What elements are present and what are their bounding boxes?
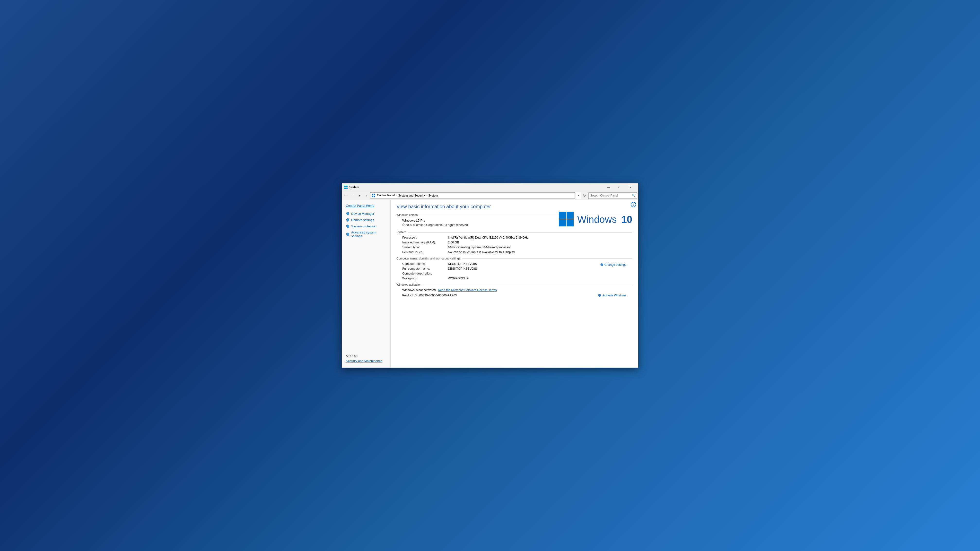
computer-name-area: Computer name: DESKTOP-KSBV08S Full comp… bbox=[396, 262, 632, 280]
svg-rect-0 bbox=[344, 186, 345, 187]
license-terms-link[interactable]: Read the Microsoft Software License Term… bbox=[438, 288, 497, 292]
recent-locations-button[interactable]: ▼ bbox=[356, 193, 363, 198]
computer-desc-label: Computer description: bbox=[402, 272, 446, 275]
maximize-button[interactable]: □ bbox=[614, 184, 625, 191]
sidebar-item-advanced-settings[interactable]: Advanced system settings bbox=[342, 229, 390, 239]
workgroup-label: Workgroup: bbox=[402, 277, 446, 280]
system-type-label: System type: bbox=[402, 246, 446, 249]
close-button[interactable]: ✕ bbox=[625, 184, 636, 191]
shield-icon-protection bbox=[346, 224, 350, 228]
svg-rect-12 bbox=[566, 219, 574, 226]
activate-windows-link[interactable]: Activate Windows bbox=[598, 294, 626, 297]
shield-activate-icon bbox=[598, 294, 601, 297]
shield-icon-advanced bbox=[346, 232, 350, 236]
windows-logo: Windows 10 bbox=[559, 211, 632, 227]
computer-desc-value bbox=[448, 272, 632, 275]
breadcrumb: Control Panel > System and Security > Sy… bbox=[370, 192, 575, 199]
shield-icon-remote bbox=[346, 218, 350, 222]
see-also-label: See also bbox=[346, 354, 387, 357]
search-box: 🔍 bbox=[589, 192, 637, 199]
svg-rect-8 bbox=[374, 196, 375, 197]
sidebar-item-system-protection[interactable]: System protection bbox=[342, 223, 390, 229]
svg-rect-10 bbox=[566, 211, 574, 219]
svg-rect-5 bbox=[372, 194, 373, 195]
processor-value: Intel(R) Pentium(R) Dual CPU E2220 @ 2.4… bbox=[448, 236, 632, 239]
address-bar: ← → ▼ ↑ Control Panel > System and Secur… bbox=[342, 191, 638, 200]
security-maintenance-link[interactable]: Security and Maintenance bbox=[346, 359, 387, 363]
system-info-grid: Processor: Intel(R) Pentium(R) Dual CPU … bbox=[402, 236, 632, 254]
breadcrumb-current: System bbox=[428, 194, 438, 197]
system-section: System bbox=[396, 230, 632, 234]
svg-rect-9 bbox=[559, 211, 566, 219]
window-icon bbox=[344, 185, 348, 189]
computer-name-label: Computer name: bbox=[402, 262, 446, 265]
pen-touch-value: No Pen or Touch Input is available for t… bbox=[448, 251, 632, 254]
windows-flag-icon bbox=[559, 211, 574, 227]
window-title: System bbox=[349, 186, 603, 189]
minimize-button[interactable]: — bbox=[603, 184, 614, 191]
activation-row: Windows is not activated. Read the Micro… bbox=[402, 288, 632, 292]
product-id-text: Product ID: 00330-80000-00000-AA263 bbox=[402, 294, 457, 297]
content-area: Control Panel Home Device Manager Remote… bbox=[342, 200, 638, 368]
help-button[interactable]: ? bbox=[631, 202, 636, 207]
not-activated-text: Windows is not activated. bbox=[402, 288, 436, 292]
main-content: ? View basic information about your comp… bbox=[391, 200, 638, 368]
shield-icon-device bbox=[346, 211, 350, 216]
up-button[interactable]: ↑ bbox=[363, 193, 369, 198]
title-bar: System — □ ✕ bbox=[342, 183, 638, 191]
activation-section: Windows activation bbox=[396, 283, 632, 286]
shield-change-icon bbox=[600, 263, 603, 267]
product-id-value: 00330-80000-00000-AA263 bbox=[419, 294, 457, 297]
system-window: System — □ ✕ ← → ▼ ↑ Control Panel > bbox=[342, 183, 638, 368]
back-button[interactable]: ← bbox=[343, 193, 349, 198]
windows-logo-text: Windows 10 bbox=[577, 214, 632, 225]
sidebar-item-device-manager[interactable]: Device Manager bbox=[342, 210, 390, 217]
forward-button[interactable]: → bbox=[350, 193, 356, 198]
refresh-button[interactable]: ↻ bbox=[582, 193, 587, 198]
ram-value: 2.00 GB bbox=[448, 241, 632, 244]
computer-name-section: Computer name, domain, and workgroup set… bbox=[396, 257, 632, 260]
svg-rect-11 bbox=[559, 219, 566, 226]
svg-rect-2 bbox=[344, 187, 345, 189]
sidebar-item-remote-settings[interactable]: Remote settings bbox=[342, 217, 390, 223]
breadcrumb-dropdown[interactable]: ▼ bbox=[576, 192, 581, 199]
page-title: View basic information about your comput… bbox=[396, 204, 632, 210]
full-computer-name-value: DESKTOP-KSBV08S bbox=[448, 267, 632, 270]
svg-rect-7 bbox=[372, 196, 373, 197]
workgroup-value: WORKGROUP bbox=[448, 277, 632, 280]
processor-label: Processor: bbox=[402, 236, 446, 239]
breadcrumb-system-security[interactable]: System and Security bbox=[398, 194, 425, 197]
pen-touch-label: Pen and Touch: bbox=[402, 251, 446, 254]
computer-name-grid: Computer name: DESKTOP-KSBV08S Full comp… bbox=[402, 262, 632, 280]
breadcrumb-sep-2: > bbox=[426, 194, 427, 197]
search-input[interactable] bbox=[589, 194, 630, 197]
svg-rect-1 bbox=[346, 186, 348, 187]
breadcrumb-sep-1: > bbox=[396, 194, 397, 197]
window-controls: — □ ✕ bbox=[603, 184, 636, 191]
search-button[interactable]: 🔍 bbox=[630, 192, 637, 199]
system-type-value: 64-bit Operating System, x64-based proce… bbox=[448, 246, 632, 249]
change-settings-link[interactable]: Change settings bbox=[600, 263, 626, 267]
svg-rect-6 bbox=[374, 194, 375, 195]
svg-rect-3 bbox=[346, 187, 348, 189]
sidebar-home[interactable]: Control Panel Home bbox=[342, 203, 390, 210]
ram-label: Installed memory (RAM): bbox=[402, 241, 446, 244]
product-id-row: Product ID: 00330-80000-00000-AA263 Acti… bbox=[402, 294, 626, 297]
breadcrumb-control-panel[interactable]: Control Panel bbox=[372, 194, 395, 197]
sidebar: Control Panel Home Device Manager Remote… bbox=[342, 200, 391, 368]
full-computer-name-label: Full computer name: bbox=[402, 267, 446, 270]
